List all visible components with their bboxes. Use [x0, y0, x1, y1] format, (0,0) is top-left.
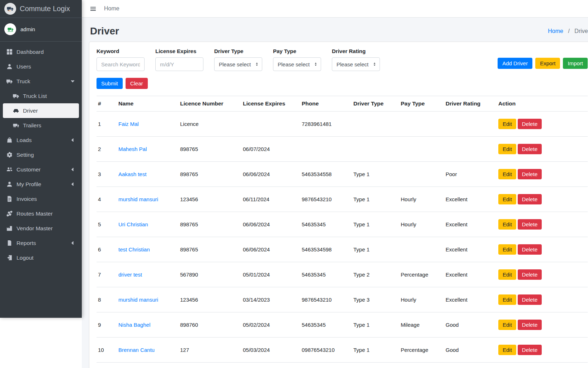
driver-type-label: Driver Type [214, 48, 262, 54]
sidebar-item-users[interactable]: Users [3, 59, 79, 74]
pay-type-cell: Percentage [399, 262, 444, 287]
license-expires-input[interactable] [155, 57, 203, 71]
edit-button[interactable]: Edit [498, 144, 516, 154]
driver-name-link[interactable]: Aakash test [117, 162, 179, 187]
loads-icon [6, 137, 13, 143]
delete-button[interactable]: Delete [518, 269, 542, 280]
delete-button[interactable]: Delete [518, 119, 542, 129]
keyword-input[interactable] [97, 57, 145, 71]
profile-icon [6, 181, 13, 187]
edit-button[interactable]: Edit [498, 194, 516, 204]
sidebar-item-label: Logout [17, 254, 33, 261]
sidebar-item-setting[interactable]: Setting [3, 147, 79, 162]
driver-table-head: #NameLicence NumberLicense ExpiresPhoneD… [97, 96, 588, 112]
export-button[interactable]: Export [535, 58, 560, 69]
row-actions: EditDelete [498, 119, 586, 129]
driver-rating-cell [444, 137, 497, 162]
driver-name-link[interactable]: Mahesh Pal [117, 137, 179, 162]
action-cell: EditDelete [497, 262, 588, 287]
reports-icon [6, 240, 13, 246]
delete-button[interactable]: Delete [518, 144, 542, 154]
sidebar-item-routes-master[interactable]: Routes Master [3, 206, 79, 221]
sidebar-item-reports[interactable]: Reports [3, 236, 79, 250]
sidebar-item-dashboard[interactable]: Dashboard [3, 44, 79, 59]
driver-rating-cell [444, 112, 497, 137]
driver-list-card: Keyword License Expires Driver Type Plea… [89, 42, 588, 368]
edit-button[interactable]: Edit [498, 119, 516, 129]
edit-button[interactable]: Edit [498, 244, 516, 255]
edit-button[interactable]: Edit [498, 269, 516, 280]
driver-rating-cell: Poor [444, 162, 497, 187]
avatar [4, 23, 16, 35]
delete-button[interactable]: Delete [518, 169, 542, 179]
row-actions: EditDelete [498, 345, 586, 355]
driver-rating-value: Please select [337, 61, 368, 67]
import-button[interactable]: Import [563, 58, 588, 69]
filter-submit-row: Submit Clear [97, 78, 588, 89]
sidebar-item-logout[interactable]: Logout [3, 250, 79, 265]
delete-button[interactable]: Delete [518, 244, 542, 255]
menu-icon[interactable] [90, 6, 96, 12]
licence-number-cell: 898765 [179, 162, 241, 187]
driver-name-link[interactable]: driver test [117, 262, 179, 287]
edit-button[interactable]: Edit [498, 169, 516, 179]
sidebar-item-label: Customer [17, 166, 41, 173]
driver-name-link[interactable]: Uri Christian [117, 212, 179, 237]
delete-button[interactable]: Delete [518, 219, 542, 230]
row-actions: EditDelete [498, 144, 586, 154]
driver-type-select[interactable]: Please select [214, 57, 262, 71]
edit-button[interactable]: Edit [498, 219, 516, 230]
user-name[interactable]: admin [20, 26, 35, 32]
sidebar-item-truck[interactable]: Truck [3, 74, 79, 89]
clear-button[interactable]: Clear [126, 78, 148, 89]
delete-button[interactable]: Delete [518, 294, 542, 305]
row-number-cell: 7 [97, 262, 117, 287]
column-header: Name [117, 96, 179, 112]
pay-type-select[interactable]: Please select [273, 57, 321, 71]
row-number-cell: 9 [97, 312, 117, 338]
row-number-cell: 3 [97, 162, 117, 187]
driver-name-link[interactable]: test Christian [117, 237, 179, 262]
license-expires-cell: 06/06/2024 [241, 237, 300, 262]
driver-name-link[interactable]: murshid mansuri [117, 287, 179, 312]
brand[interactable]: Commute Logix [0, 0, 82, 18]
driver-name-link[interactable]: murshid mansuri [117, 187, 179, 212]
edit-button[interactable]: Edit [498, 320, 516, 330]
sidebar-item-vendor-master[interactable]: Vendor Master [3, 221, 79, 236]
topbar-home-link[interactable]: Home [104, 5, 119, 12]
action-cell: EditDelete [497, 237, 588, 262]
driver-name-link[interactable]: Faiz Mal [117, 112, 179, 137]
keyword-filter: Keyword [97, 48, 145, 71]
breadcrumb-separator: / [568, 28, 569, 34]
driver-name-link[interactable]: Brennan Cantu [117, 338, 179, 363]
sidebar-item-customer[interactable]: Customer [3, 162, 79, 177]
sidebar-item-driver[interactable]: Driver [3, 103, 79, 118]
driver-name-link[interactable]: Nisha Baghel [117, 312, 179, 338]
driver-rating-select[interactable]: Please select [332, 57, 380, 71]
sidebar-item-trailers[interactable]: Trailers [3, 118, 79, 133]
sidebar-item-my-profile[interactable]: My Profile [3, 177, 79, 192]
sidebar-item-truck-list[interactable]: Truck List [3, 89, 79, 103]
pay-type-cell: Hourly [399, 287, 444, 312]
licence-number-cell: 567890 [179, 262, 241, 287]
delete-button[interactable]: Delete [518, 320, 542, 330]
submit-button[interactable]: Submit [97, 78, 123, 89]
pay-type-cell [399, 137, 444, 162]
driver-rating-filter: Driver Rating Please select [332, 48, 380, 71]
add-driver-button[interactable]: Add Driver [498, 58, 532, 69]
sidebar-item-label: Users [17, 63, 31, 70]
sidebar-item-label: Truck List [23, 93, 47, 99]
driver-type-cell [352, 112, 399, 137]
driver-type-cell: Type 1 [352, 237, 399, 262]
sidebar-item-invoices[interactable]: Invoices [3, 192, 79, 206]
delete-button[interactable]: Delete [518, 194, 542, 204]
pay-type-cell: Hourly [399, 212, 444, 237]
updown-caret-icon [255, 62, 259, 66]
edit-button[interactable]: Edit [498, 345, 516, 355]
edit-button[interactable]: Edit [498, 294, 516, 305]
delete-button[interactable]: Delete [518, 345, 542, 355]
sidebar-item-label: Trailers [23, 122, 41, 129]
sidebar-item-loads[interactable]: Loads [3, 133, 79, 147]
action-cell: EditDelete [497, 312, 588, 338]
breadcrumb-home-link[interactable]: Home [548, 28, 563, 34]
